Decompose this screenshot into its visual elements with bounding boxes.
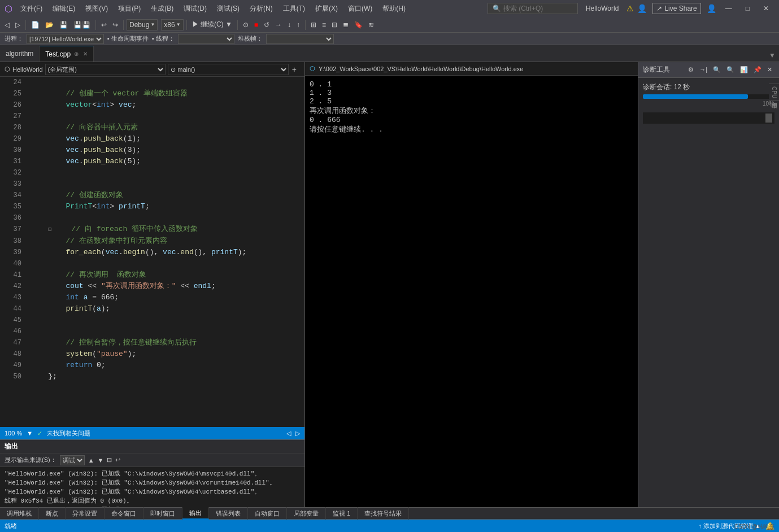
toolbar-stepover[interactable]: → <box>273 20 284 30</box>
menu-edit[interactable]: 编辑(E) <box>48 3 80 15</box>
diag-session: 诊断会话: 12 秒 10秒 <box>643 82 774 108</box>
side-tab-2[interactable]: CPU使用率 <box>769 84 779 101</box>
scroll-left[interactable]: ◁ <box>286 430 291 437</box>
diag-zoom-btn[interactable]: 🔍 <box>711 65 723 75</box>
menu-help[interactable]: 帮助(H) <box>378 3 410 15</box>
menu-extensions[interactable]: 扩展(X) <box>311 3 342 15</box>
bottom-tab-output[interactable]: 输出 <box>182 507 209 520</box>
output-toolbar-down[interactable]: ▼ <box>98 457 104 464</box>
bottom-tab-immediate[interactable]: 即时窗口 <box>143 507 182 520</box>
callstack-selector[interactable] <box>266 34 334 44</box>
output-toolbar-clear[interactable]: ⊟ <box>107 456 112 464</box>
diag-zoom2-btn[interactable]: 🔍 <box>724 65 737 75</box>
search-box[interactable]: 🔍 <box>488 3 578 14</box>
add-line-btn[interactable]: + <box>289 64 300 75</box>
platform-dropdown[interactable]: x86 ▼ <box>161 19 183 30</box>
menu-window[interactable]: 窗口(W) <box>343 3 377 15</box>
toolbar-stepinto[interactable]: ↓ <box>285 20 293 30</box>
bottom-tab-errors[interactable]: 错误列表 <box>209 507 248 520</box>
toolbar-back[interactable]: ◁ <box>2 20 12 30</box>
toolbar-more5[interactable]: ≋ <box>366 20 376 30</box>
maximize-button[interactable]: □ <box>740 2 755 15</box>
menu-test[interactable]: 测试(S) <box>212 3 244 15</box>
menu-build[interactable]: 生成(B) <box>146 3 178 15</box>
window-controls: — □ ✕ <box>720 2 774 15</box>
code-editor[interactable]: 24 25 // 创建一个 vector 单端数组容器 26 vector<in… <box>0 77 304 427</box>
toolbar-forward[interactable]: ▷ <box>13 20 23 30</box>
diag-close-btn[interactable]: ✕ <box>765 65 774 75</box>
zoom-dropdown[interactable]: ▼ <box>27 430 33 437</box>
bottom-tab-exceptions[interactable]: 异常设置 <box>66 507 105 520</box>
menu-view[interactable]: 视图(V) <box>81 3 112 15</box>
toolbar-open[interactable]: 📂 <box>43 20 56 30</box>
menu-project[interactable]: 项目(P) <box>114 3 145 15</box>
diag-progress-bar <box>643 94 748 99</box>
toolbar-more3[interactable]: ⊟ <box>329 20 340 30</box>
tab-algorithm[interactable]: algorithm <box>0 46 40 62</box>
menu-file[interactable]: 文件(F) <box>16 3 47 15</box>
menu-tools[interactable]: 工具(T) <box>278 3 310 15</box>
toolbar-new[interactable]: 📄 <box>29 20 42 30</box>
collapse-btn-37[interactable]: ⊟ <box>48 226 51 233</box>
code-line-41: 41 // 再次调用 函数对象 <box>0 269 304 281</box>
search-input[interactable] <box>503 5 571 12</box>
tab-test-cpp[interactable]: Test.cpp ⊕ ✕ <box>40 46 94 62</box>
bottom-tab-command[interactable]: 命令窗口 <box>105 507 143 520</box>
side-tab-1[interactable]: 进程内存 <box>769 79 779 84</box>
diagnostics-header: 诊断工具 ⚙ →| 🔍 🔍 📊 📌 ✕ <box>638 62 779 78</box>
toolbar-more4[interactable]: ≣ <box>341 20 351 30</box>
process-selector[interactable]: [19712] HelloWorld.exe <box>27 34 104 44</box>
diag-settings-btn[interactable]: ⚙ <box>686 65 696 75</box>
tab-close-button[interactable]: ✕ <box>83 51 88 57</box>
toolbar-stepout[interactable]: ↑ <box>294 20 302 30</box>
bottom-tab-watch1[interactable]: 监视 1 <box>326 507 358 520</box>
zoom-level[interactable]: 100 % <box>5 430 22 437</box>
code-line-28: 28 // 向容器中插入元素 <box>0 122 304 133</box>
bottom-tab-locals[interactable]: 局部变量 <box>287 507 326 520</box>
code-line-31: 31 vec.push_back(5); <box>0 156 304 167</box>
no-issues-label: 未找到相关问题 <box>47 429 90 438</box>
warning-icon: ⚠ <box>626 4 634 13</box>
continue-button[interactable]: ▶ 继续(C) ▼ <box>190 19 234 30</box>
code-line-37: 37 ⊟ // 向 foreach 循环中传入函数对象 <box>0 224 304 236</box>
code-line-33: 33 <box>0 178 304 190</box>
scroll-right[interactable]: ▷ <box>295 430 300 437</box>
toolbar-restart[interactable]: ↺ <box>262 20 272 30</box>
bottom-tab-breakpoints[interactable]: 断点 <box>39 507 66 520</box>
toolbar-more2[interactable]: ≡ <box>320 20 328 30</box>
output-content: "HelloWorld.exe" (Win32): 已加载 "C:\Window… <box>0 467 304 507</box>
bottom-tab-auto[interactable]: 自动窗口 <box>248 507 287 520</box>
toolbar-redo[interactable]: ↪ <box>110 20 120 30</box>
toolbar-more1[interactable]: ⊞ <box>308 20 319 30</box>
diag-nav-btn[interactable]: →| <box>697 65 710 75</box>
menu-debug[interactable]: 调试(D) <box>179 3 211 15</box>
vertical-side-tabs: 进程内存 CPU使用率 <box>769 79 779 101</box>
bottom-tab-callstack[interactable]: 调用堆栈 <box>0 507 39 520</box>
scope-dropdown[interactable]: (全局范围) <box>45 64 166 75</box>
output-toolbar-up[interactable]: ▲ <box>88 457 94 464</box>
config-dropdown[interactable]: Debug ▼ <box>127 19 158 30</box>
function-dropdown[interactable]: ⊙ main() <box>168 64 289 75</box>
close-button[interactable]: ✕ <box>758 2 774 15</box>
diag-pin-btn[interactable]: 📌 <box>751 65 764 75</box>
toolbar-saveall[interactable]: 💾💾 <box>71 20 93 30</box>
callstack-label: 堆栈帧： <box>238 34 263 43</box>
code-line-29: 29 vec.push_back(1); <box>0 133 304 145</box>
toolbar-save[interactable]: 💾 <box>57 20 70 30</box>
diag-chart-btn[interactable]: 📊 <box>738 65 750 75</box>
toolbar-undo[interactable]: ↩ <box>99 20 109 30</box>
tab-overflow-arrow[interactable]: ▼ <box>765 49 779 62</box>
menu-analyze[interactable]: 分析(N) <box>245 3 277 15</box>
file-class-label: HelloWorld <box>12 66 43 73</box>
bottom-tab-find-symbol[interactable]: 查找符号结果 <box>358 507 409 520</box>
live-share-button[interactable]: ↗ Live Share <box>652 3 700 14</box>
console-panel: ⬡ Y:\002_WorkSpace\002_VS\HelloWorld\Hel… <box>305 62 638 507</box>
output-source-select[interactable]: 调试 <box>60 455 85 465</box>
toolbar-stop[interactable]: ■ <box>252 20 260 30</box>
minimize-button[interactable]: — <box>720 2 738 15</box>
output-toolbar-wrap[interactable]: ↩ <box>115 456 120 464</box>
toolbar-bookmark[interactable]: 🔖 <box>352 20 365 30</box>
editor-panel: ⬡ HelloWorld (全局范围) ⊙ main() + 24 25 <box>0 62 305 507</box>
toolbar-attach[interactable]: ⊙ <box>241 20 251 30</box>
thread-selector[interactable] <box>178 34 234 44</box>
